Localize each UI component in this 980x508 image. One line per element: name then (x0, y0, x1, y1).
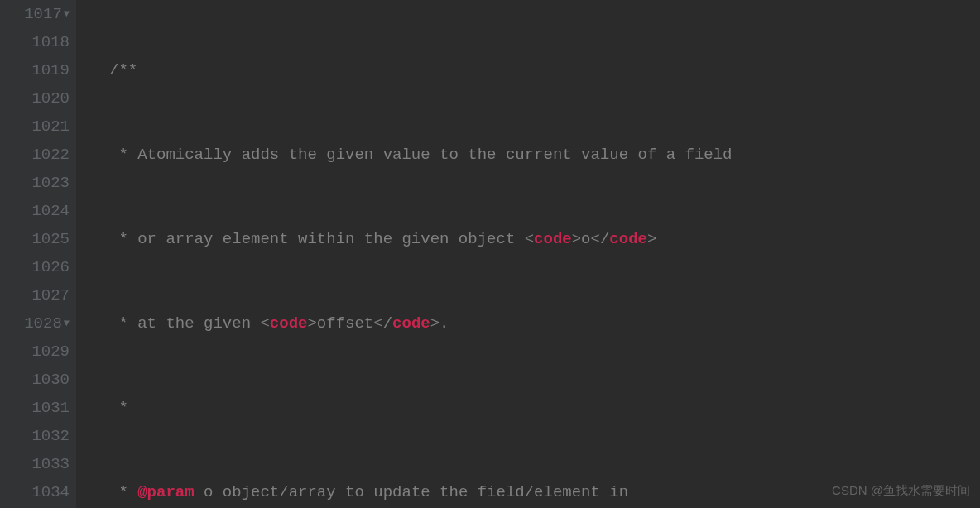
line-number: 1021 (12, 113, 70, 141)
watermark-text: CSDN @鱼找水需要时间 (832, 477, 970, 505)
line-number: 1017▼ (12, 0, 70, 28)
code-line: /** (109, 56, 980, 84)
line-number: 1023 (12, 169, 70, 197)
line-number: 1020 (12, 84, 70, 113)
line-number: 1034 (12, 478, 70, 506)
line-number: 1018 (12, 28, 70, 56)
line-number: 1022 (12, 141, 70, 169)
line-number: 1019 (12, 56, 70, 84)
line-number: 1031 (12, 394, 70, 422)
line-number: 1027 (12, 281, 70, 309)
line-number: 1025 (12, 225, 70, 253)
code-line: * or array element within the given obje… (109, 225, 980, 253)
line-number: 1029 (12, 338, 70, 366)
fold-marker-icon[interactable]: ▼ (64, 0, 70, 28)
line-number: 1032 (12, 422, 70, 450)
code-line: * at the given <code>offset</code>. (109, 309, 980, 338)
code-content[interactable]: /** * Atomically adds the given value to… (76, 0, 980, 508)
line-number: 1030 (12, 366, 70, 394)
line-number: 1024 (12, 197, 70, 225)
code-line: * Atomically adds the given value to the… (109, 141, 980, 169)
fold-marker-icon[interactable]: ▼ (64, 309, 70, 338)
code-line: * (109, 394, 980, 422)
line-number: 1033 (12, 450, 70, 478)
line-number-gutter: 1017▼ 1018 1019 1020 1021 1022 1023 1024… (0, 0, 76, 508)
code-editor: 1017▼ 1018 1019 1020 1021 1022 1023 1024… (0, 0, 980, 508)
line-number: 1028▼ (12, 309, 70, 338)
line-number: 1026 (12, 253, 70, 281)
